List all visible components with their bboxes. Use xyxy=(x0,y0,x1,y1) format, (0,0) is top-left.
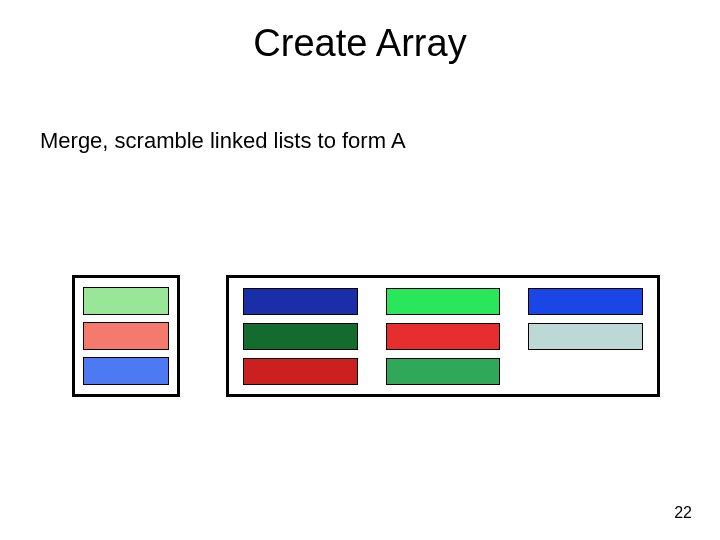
left-cell xyxy=(83,322,169,350)
right-cell xyxy=(386,323,501,350)
right-array-grid xyxy=(243,288,643,384)
right-cell xyxy=(243,323,358,350)
right-cell xyxy=(528,323,643,350)
right-cell xyxy=(386,288,501,315)
right-array-container xyxy=(226,275,660,397)
slide-subtitle: Merge, scramble linked lists to form A xyxy=(40,128,406,154)
page-number: 22 xyxy=(674,504,692,522)
right-cell xyxy=(243,288,358,315)
right-cell xyxy=(386,358,501,385)
right-cell xyxy=(528,288,643,315)
left-array-container xyxy=(72,275,180,397)
right-cell xyxy=(243,358,358,385)
left-cell xyxy=(83,287,169,315)
right-cell-empty xyxy=(528,358,643,385)
left-cell xyxy=(83,357,169,385)
slide-title: Create Array xyxy=(0,22,720,65)
